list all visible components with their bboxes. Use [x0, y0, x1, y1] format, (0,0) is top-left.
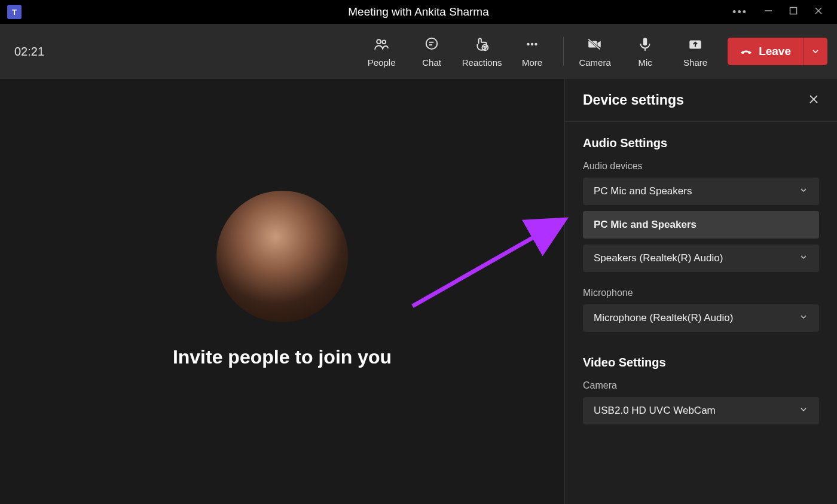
leave-button[interactable]: Leave	[728, 38, 803, 65]
leave-dropdown-button[interactable]	[803, 38, 827, 65]
microphone-label: Microphone	[583, 288, 819, 298]
chat-button[interactable]: Chat	[407, 24, 457, 79]
svg-point-11	[485, 46, 487, 47]
reactions-icon	[474, 36, 490, 53]
audio-device-option-active[interactable]: PC Mic and Speakers	[583, 211, 819, 239]
audio-devices-label: Audio devices	[583, 161, 819, 172]
reactions-button[interactable]: Reactions	[457, 24, 507, 79]
chevron-down-icon	[799, 185, 808, 198]
window-titlebar: T Meeting with Ankita Sharma •••	[0, 0, 837, 24]
panel-close-button[interactable]	[808, 94, 819, 107]
svg-point-12	[527, 42, 529, 45]
meeting-toolbar: 02:21 People Chat	[0, 24, 837, 79]
svg-point-10	[484, 46, 485, 47]
chevron-down-icon	[799, 252, 808, 265]
meeting-stage: Invite people to join you	[0, 79, 565, 504]
mic-toggle-button[interactable]: Mic	[620, 24, 670, 79]
chevron-down-icon	[799, 312, 808, 325]
chat-icon	[424, 36, 439, 53]
svg-rect-17	[643, 38, 647, 45]
ellipsis-icon	[524, 36, 540, 53]
svg-point-13	[531, 42, 533, 45]
svg-point-6	[426, 38, 437, 48]
meeting-title: Meeting with Ankita Sharma	[0, 5, 837, 19]
svg-point-14	[534, 42, 537, 45]
panel-title: Device settings	[583, 92, 684, 108]
video-settings-heading: Video Settings	[583, 356, 819, 369]
camera-select[interactable]: USB2.0 HD UVC WebCam	[583, 397, 819, 424]
hangup-icon	[740, 44, 753, 60]
more-button[interactable]: More	[507, 24, 557, 79]
people-button[interactable]: People	[356, 24, 407, 79]
meeting-timer: 02:21	[14, 45, 44, 59]
microphone-select[interactable]: Microphone (Realtek(R) Audio)	[583, 304, 819, 332]
share-icon	[688, 36, 703, 53]
camera-off-icon	[587, 36, 603, 53]
svg-point-4	[377, 39, 381, 44]
invite-prompt: Invite people to join you	[173, 346, 392, 368]
speaker-select[interactable]: Speakers (Realtek(R) Audio)	[583, 245, 819, 272]
share-button[interactable]: Share	[670, 24, 720, 79]
participant-avatar	[216, 191, 348, 322]
chevron-down-icon	[799, 405, 808, 417]
toolbar-separator	[563, 37, 564, 66]
camera-label: Camera	[583, 380, 819, 391]
audio-devices-select[interactable]: PC Mic and Speakers	[583, 178, 819, 205]
camera-toggle-button[interactable]: Camera	[570, 24, 620, 79]
audio-settings-heading: Audio Settings	[583, 136, 819, 150]
svg-point-9	[482, 44, 488, 50]
mic-icon	[637, 36, 653, 53]
people-icon	[374, 36, 389, 53]
device-settings-panel: Device settings Audio Settings Audio dev…	[565, 79, 837, 504]
svg-point-5	[383, 40, 386, 44]
